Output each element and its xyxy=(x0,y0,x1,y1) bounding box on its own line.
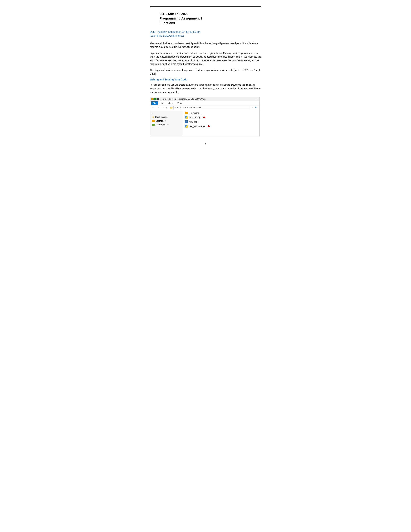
intro-paragraph: Please read the instructions below caref… xyxy=(150,42,261,49)
file-item-hw2-docx[interactable]: W hw2.docx xyxy=(184,120,257,124)
code-functions-py: functions.py xyxy=(150,87,165,90)
sidebar-label-downloads: Downloads xyxy=(156,123,166,126)
nav-forward[interactable]: → xyxy=(156,106,160,109)
sidebar-item-quick-access[interactable]: ★ Quick access xyxy=(150,115,182,119)
file-item-pycache[interactable]: __pycache__ xyxy=(184,111,257,114)
section1-paragraph: For this assignment, you will create six… xyxy=(150,83,261,94)
nav-bar: ← → ∨ ↑ 📁 « ISTA_130_S18 › hw › hw2 ∨ ↻ xyxy=(150,105,259,110)
title-block: ISTA 130: Fall 2020 Programming Assignme… xyxy=(150,12,261,25)
sidebar-label-desktop: Desktop xyxy=(156,120,163,122)
file-item-test-functions-py[interactable]: test_functions.py ➤ xyxy=(184,124,257,128)
page-number: 1 xyxy=(150,142,261,145)
sidebar-item-desktop[interactable]: Desktop ✦ xyxy=(150,119,182,123)
menu-home[interactable]: Home xyxy=(158,101,167,105)
quick-access-star-icon: ★ xyxy=(152,115,154,118)
code-test-functions-py: test_functions.py xyxy=(208,87,230,90)
sidebar-label-quick-access: Quick access xyxy=(155,116,168,118)
titlebar-icon-3 xyxy=(157,98,159,100)
desktop-folder-icon xyxy=(152,120,155,122)
downloads-folder-icon xyxy=(152,124,155,126)
titlebar-separator: ▾ xyxy=(161,98,162,100)
breadcrumb[interactable]: « ISTA_130_S18 › hw › hw2 xyxy=(173,106,250,109)
menu-share[interactable]: Share xyxy=(167,101,176,105)
file-item-functions-py[interactable]: functions.py ➤ xyxy=(184,115,257,119)
explorer-sidebar: ∧ ★ Quick access Desktop ✦ Downloads ✦ xyxy=(150,110,182,136)
refresh-button[interactable]: ↻ xyxy=(254,106,258,109)
nav-folder-icon: 📁 xyxy=(170,106,173,109)
file-name-hw2-docx: hw2.docx xyxy=(189,121,198,123)
functions-py-icon xyxy=(185,116,188,119)
file-name-functions-py: functions.py xyxy=(189,116,200,118)
nav-back[interactable]: ← xyxy=(151,106,155,109)
explorer-main: __pycache__ functions.py ➤ W hw2.docx te… xyxy=(182,110,259,136)
file-list: __pycache__ functions.py ➤ W hw2.docx te… xyxy=(184,111,257,128)
titlebar-icons: ▾ xyxy=(151,98,162,100)
nav-dropdown[interactable]: ∨ xyxy=(161,106,164,109)
due-date: Due: Thursday, September 17th by 11:59 p… xyxy=(150,30,261,38)
top-border xyxy=(150,6,261,7)
test-functions-py-icon xyxy=(185,125,188,128)
breadcrumb-dropdown[interactable]: ∨ xyxy=(251,106,253,109)
pycache-folder-icon xyxy=(185,112,188,114)
titlebar: ▾ C:\Users\Rich\Documents\ISTA_130_S18\h… xyxy=(150,97,259,101)
downloads-pin-icon: ✦ xyxy=(167,124,169,126)
hw2-docx-icon: W xyxy=(185,120,188,123)
sidebar-collapse-arrow: ∧ xyxy=(150,111,182,115)
code-functions-py-2: functions.py xyxy=(155,91,170,94)
functions-py-arrow: ➤ xyxy=(202,115,206,119)
backup-paragraph: Also important: make sure you always sav… xyxy=(150,68,261,76)
file-name-pycache: __pycache__ xyxy=(189,112,201,114)
titlebar-path: C:\Users\Rich\Documents\ISTA_130_S18\hw\… xyxy=(163,98,253,100)
writing-testing-heading: Writing and Testing Your Code xyxy=(150,78,261,81)
document-title: ISTA 130: Fall 2020 Programming Assignme… xyxy=(159,12,261,25)
menu-bar: File Home Share View xyxy=(150,101,259,105)
test-functions-py-arrow: ➤ xyxy=(207,124,211,128)
desktop-pin-icon: ✦ xyxy=(165,120,166,122)
menu-view[interactable]: View xyxy=(176,101,183,105)
file-name-test-functions-py: test_functions.py xyxy=(189,125,205,127)
sidebar-item-downloads[interactable]: Downloads ✦ xyxy=(150,123,182,126)
file-explorer: ▾ C:\Users\Rich\Documents\ISTA_130_S18\h… xyxy=(150,97,260,136)
titlebar-icon-1 xyxy=(151,98,154,100)
titlebar-icon-2 xyxy=(154,98,157,100)
minimize-button[interactable]: — xyxy=(254,98,258,100)
menu-file[interactable]: File xyxy=(151,101,158,105)
nav-up[interactable]: ↑ xyxy=(165,106,168,109)
important-paragraph: Important: your filenames must be identi… xyxy=(150,51,261,66)
explorer-body: ∧ ★ Quick access Desktop ✦ Downloads ✦ xyxy=(150,110,259,136)
